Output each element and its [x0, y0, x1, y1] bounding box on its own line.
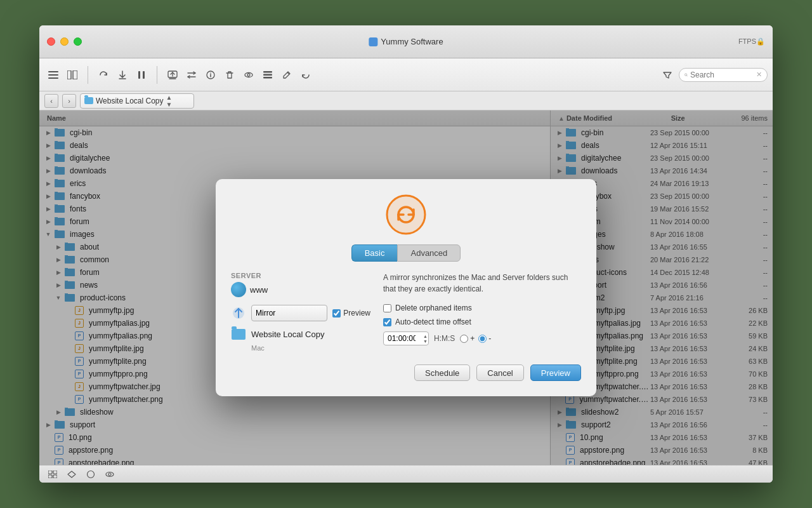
forward-button[interactable]: ›	[62, 94, 76, 108]
traffic-lights	[47, 37, 82, 46]
toolbar-left-group	[44, 66, 81, 84]
refresh2-icon	[301, 70, 310, 79]
list-button[interactable]	[259, 66, 277, 84]
radio-plus[interactable]	[460, 335, 468, 343]
radio-minus[interactable]	[478, 335, 487, 343]
tab-advanced[interactable]: Advanced	[397, 244, 461, 262]
titlebar: Yummy Software FTPS🔒	[39, 25, 773, 58]
maximize-button[interactable]	[74, 37, 82, 46]
radio-minus-label[interactable]: -	[478, 334, 491, 343]
modal-description: A mirror synchronizes the Mac and Server…	[383, 272, 581, 295]
globe-icon	[231, 282, 246, 297]
modal-body: Server www	[231, 272, 581, 352]
time-offset-row: ▲ ▼ H:M:S +	[383, 331, 581, 345]
cancel-button[interactable]: Cancel	[476, 364, 523, 381]
refresh-icon	[99, 70, 108, 79]
edit-button[interactable]	[278, 66, 296, 84]
refresh-button[interactable]	[95, 66, 112, 84]
circle-icon	[86, 470, 95, 479]
search-box: ✕	[679, 68, 768, 82]
view-button[interactable]	[240, 66, 258, 84]
sidebar-toggle-button[interactable]	[44, 66, 62, 84]
time-stepper-up[interactable]: ▲	[423, 334, 428, 338]
preview-checkbox[interactable]	[332, 309, 341, 318]
mac-folder-name: Website Local Copy	[251, 330, 324, 339]
sidebar-icon	[48, 71, 58, 79]
mac-folder-row: Website Local Copy	[231, 326, 370, 342]
sync-button[interactable]	[183, 66, 200, 84]
svg-rect-1	[48, 74, 58, 76]
search-clear-button[interactable]: ✕	[756, 70, 762, 79]
tab-basic[interactable]: Basic	[351, 244, 398, 262]
statusbar-eye-button[interactable]	[103, 467, 117, 481]
time-offset-input[interactable]	[383, 331, 429, 345]
eye-icon	[244, 70, 253, 79]
statusbar-eye-icon	[105, 470, 114, 479]
toolbar-file-group	[164, 66, 315, 84]
sync-modal-icon	[386, 194, 426, 235]
svg-point-13	[210, 72, 211, 74]
upload-icon	[167, 70, 178, 79]
filter-icon	[663, 71, 672, 79]
svg-rect-0	[48, 71, 58, 72]
main-content: Name ▶ cgi-bin ▶ deals ▶	[39, 110, 773, 465]
auto-detect-checkbox[interactable]	[383, 318, 391, 326]
schedule-button[interactable]: Schedule	[414, 364, 470, 381]
download-button[interactable]	[114, 66, 131, 84]
minimize-button[interactable]	[60, 37, 69, 46]
path-display[interactable]: Website Local Copy ▲ ▼	[80, 93, 194, 109]
svg-rect-29	[53, 475, 57, 478]
column-view-button[interactable]	[63, 66, 81, 84]
grid-icon	[48, 471, 57, 478]
download-icon	[118, 70, 127, 79]
modal-right: A mirror synchronizes the Mac and Server…	[383, 272, 581, 352]
mac-section: Website Local Copy Mac	[231, 326, 370, 352]
path-stepper[interactable]: ▲ ▼	[166, 94, 173, 108]
svg-rect-3	[67, 70, 71, 79]
filter-button[interactable]	[658, 66, 676, 84]
modal-tabs: Basic Advanced	[231, 244, 581, 262]
svg-rect-17	[263, 74, 272, 76]
upload-button[interactable]	[164, 66, 181, 84]
radio-plus-label[interactable]: +	[460, 334, 475, 343]
svg-rect-2	[48, 77, 58, 79]
time-stepper[interactable]: ▲ ▼	[423, 334, 428, 344]
modal-overlay: Basic Advanced Server www	[39, 110, 773, 465]
info-button[interactable]	[202, 66, 219, 84]
statusbar	[39, 465, 773, 483]
delete-orphaned-checkbox[interactable]	[383, 304, 391, 312]
svg-rect-6	[138, 71, 140, 79]
mirror-select-wrapper[interactable]: Mirror Upload Download	[251, 305, 327, 321]
toolbar-sep-2	[157, 66, 157, 84]
back-button[interactable]: ‹	[44, 94, 58, 108]
svg-rect-26	[48, 471, 52, 474]
edit-icon	[282, 70, 291, 79]
svg-rect-27	[53, 471, 57, 474]
mac-folder-icon-wrapper	[231, 326, 246, 342]
statusbar-grid-button[interactable]	[46, 467, 60, 481]
time-input-wrapper: ▲ ▼	[383, 331, 429, 345]
refresh2-button[interactable]	[297, 66, 315, 84]
delete-orphaned-label[interactable]: Delete orphaned items	[383, 304, 472, 312]
svg-line-21	[686, 75, 687, 76]
auto-detect-label[interactable]: Auto-detect time offset	[383, 318, 471, 326]
server-label: Server	[231, 272, 370, 279]
time-format-label: H:M:S	[434, 334, 455, 343]
search-input[interactable]	[690, 70, 754, 79]
svg-point-32	[108, 473, 111, 476]
svg-rect-18	[263, 77, 272, 79]
pause-button[interactable]	[133, 66, 150, 84]
preview-button[interactable]: Preview	[530, 364, 581, 381]
mirror-select[interactable]: Mirror Upload Download	[251, 305, 327, 321]
svg-rect-7	[143, 71, 145, 79]
delete-button[interactable]	[221, 66, 239, 84]
svg-point-30	[88, 471, 95, 478]
statusbar-arrange-button[interactable]	[65, 467, 79, 481]
svg-rect-28	[48, 475, 52, 478]
time-stepper-down[interactable]: ▼	[423, 339, 428, 344]
path-label: Website Local Copy	[96, 97, 164, 105]
delete-icon	[225, 70, 234, 79]
statusbar-circle-button[interactable]	[84, 467, 98, 481]
close-button[interactable]	[47, 37, 55, 46]
preview-checkbox-label[interactable]: Preview	[332, 309, 370, 318]
